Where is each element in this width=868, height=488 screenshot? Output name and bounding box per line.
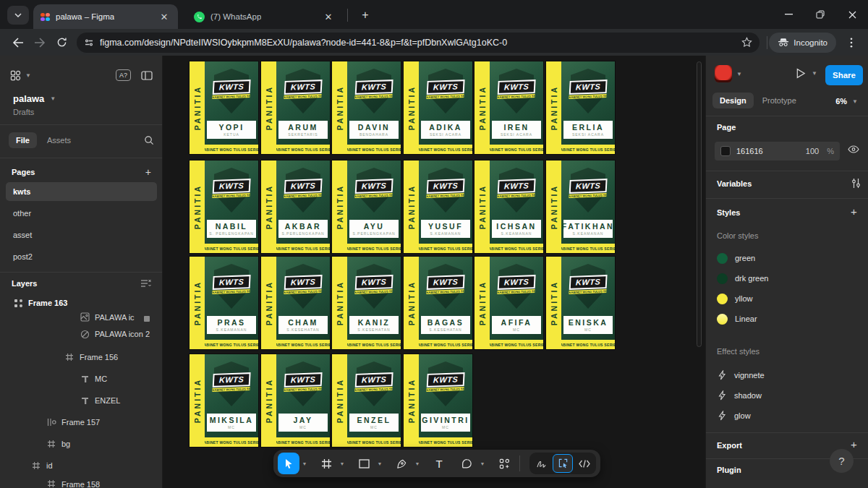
page-color-control[interactable]: 161616 100 % [715, 142, 840, 160]
move-tool-chevron-icon[interactable]: ▼ [299, 453, 310, 474]
page-opacity-value[interactable]: 100 [806, 147, 819, 155]
ai-actions-button[interactable]: A? [116, 69, 131, 81]
comment-tool-button[interactable] [456, 453, 477, 474]
shape-tool-button[interactable] [353, 453, 375, 474]
actions-tool-button[interactable] [493, 453, 515, 474]
sidebar-page-item-other[interactable]: other [6, 204, 157, 223]
bookmark-star-icon[interactable] [741, 37, 752, 48]
address-bar[interactable]: figma.com/design/NPdteIIWSIOybkpmM8ExXU/… [77, 33, 760, 53]
minimize-button[interactable] [773, 0, 804, 29]
present-play-icon[interactable] [796, 68, 806, 79]
id-card-miksila[interactable]: PANITIAKWTSKABINET WONG TULUS SERIESMIKS… [190, 354, 258, 447]
id-card-arum[interactable]: PANITIAKWTSKABINET WONG TULUS SERIESARUM… [261, 61, 330, 154]
id-card-iren[interactable]: PANITIAKWTSKABINET WONG TULUS SERIESIREN… [475, 61, 543, 154]
code-button[interactable] [574, 454, 595, 473]
color-style-yllow[interactable]: yllow [706, 288, 868, 309]
chevron-down-icon[interactable]: ▼ [812, 70, 817, 77]
id-card-akbar[interactable]: PANITIAKWTSKABINET WONG TULUS SERIESAKBA… [261, 160, 330, 253]
browser-tab-figma[interactable]: palawa – Figma ✕ [33, 4, 178, 29]
effect-style-vignnete[interactable]: vignnete [706, 365, 868, 385]
id-card-bagas[interactable]: PANITIAKWTSKABINET WONG TULUS SERIESBAGA… [404, 257, 472, 349]
chevron-down-icon[interactable]: ▼ [25, 72, 31, 79]
layer-item-frame-156[interactable]: Frame 156 [0, 347, 163, 367]
zoom-level[interactable]: 6% [835, 97, 847, 106]
visibility-eye-icon[interactable] [848, 145, 859, 153]
id-card-kaniz[interactable]: PANITIAKWTSKABINET WONG TULUS SERIESKANI… [332, 257, 401, 349]
tab-close-icon[interactable]: ✕ [158, 10, 171, 23]
tab-search-button[interactable] [7, 6, 29, 25]
draw-tools-button[interactable] [531, 454, 551, 473]
chevron-down-icon[interactable]: ▼ [50, 95, 56, 102]
layer-item-palawa-icon-2[interactable]: PALAWA icon 2 [0, 324, 163, 344]
pen-tool-button[interactable] [391, 453, 412, 474]
help-button[interactable]: ? [830, 449, 854, 473]
id-card-davin[interactable]: PANITIAKWTSKABINET WONG TULUS SERIESDAVI… [332, 61, 401, 154]
id-card-adika[interactable]: PANITIAKWTSKABINET WONG TULUS SERIESADIK… [404, 61, 472, 154]
layer-item-frame-157[interactable]: Frame 157 [0, 412, 163, 432]
dev-mode-toggle-button[interactable] [553, 454, 573, 473]
chevron-down-icon[interactable]: ▼ [736, 71, 742, 77]
frame-tool-chevron-icon[interactable]: ▼ [337, 453, 347, 474]
id-card-erlia[interactable]: PANITIAKWTSKABINET WONG TULUS SERIESERLI… [546, 61, 615, 154]
frame-tool-button[interactable] [315, 453, 337, 474]
move-tool-button[interactable] [278, 453, 299, 474]
canvas-scrollbar[interactable] [697, 61, 702, 347]
color-style-drk-green[interactable]: drk green [706, 268, 868, 288]
id-card-cham[interactable]: PANITIAKWTSKABINET WONG TULUS SERIESCHAM… [261, 257, 330, 349]
id-card-nabil[interactable]: PANITIAKWTSKABINET WONG TULUS SERIESNABI… [190, 160, 258, 253]
back-icon[interactable] [7, 32, 29, 53]
color-style-green[interactable]: green [706, 248, 868, 268]
layer-item-palawa-ic[interactable]: PALAWA ic [0, 310, 163, 322]
color-style-Linear[interactable]: Linear [706, 309, 868, 329]
chevron-down-icon[interactable]: ▼ [852, 98, 858, 105]
tab-prototype[interactable]: Prototype [755, 93, 804, 108]
browser-menu-icon[interactable] [841, 32, 862, 53]
layer-item-enzel[interactable]: ENZEL [0, 390, 163, 411]
add-style-icon[interactable]: + [851, 205, 857, 218]
reload-icon[interactable] [51, 32, 72, 53]
tab-design[interactable]: Design [712, 93, 754, 108]
layer-item-mc[interactable]: MC [0, 369, 163, 389]
id-card-yopi[interactable]: PANITIAKWTSKABINET WONG TULUS SERIESYOPI… [190, 61, 258, 154]
comment-tool-chevron-icon[interactable]: ▼ [477, 453, 488, 474]
new-tab-button[interactable]: + [356, 7, 375, 23]
forward-icon[interactable] [29, 32, 51, 53]
layer-item-bg[interactable]: bg [0, 434, 163, 454]
id-card-eniska[interactable]: PANITIAKWTSKABINET WONG TULUS SERIESENIS… [546, 257, 615, 349]
tab-close-icon[interactable]: ✕ [322, 10, 335, 23]
layer-item-frame-158[interactable]: Frame 158 [0, 477, 163, 488]
sidebar-page-item-post2[interactable]: post2 [6, 247, 157, 266]
id-card-givintri[interactable]: PANITIAKWTSKABINET WONG TULUS SERIESGIVI… [404, 354, 472, 447]
sidebar-page-item-kwts[interactable]: kwts [6, 182, 157, 201]
id-card-pras[interactable]: PANITIAKWTSKABINET WONG TULUS SERIESPRAS… [190, 257, 258, 349]
effect-style-shadow[interactable]: shadow [706, 385, 868, 406]
tab-assets[interactable]: Assets [40, 132, 78, 148]
effect-style-glow[interactable]: glow [706, 406, 868, 426]
file-name[interactable]: palawa [13, 93, 44, 104]
sidebar-page-item-asset[interactable]: asset [6, 226, 157, 244]
figma-main-menu-icon[interactable] [10, 70, 21, 81]
tab-file[interactable]: File [9, 132, 37, 148]
layer-item-id[interactable]: id [0, 455, 163, 476]
pen-tool-chevron-icon[interactable]: ▼ [412, 453, 422, 474]
page-color-swatch[interactable] [720, 146, 731, 156]
text-tool-button[interactable]: T [428, 453, 450, 474]
avatar[interactable] [715, 65, 732, 82]
page-color-hex[interactable]: 161616 [736, 147, 800, 155]
id-card-enzel[interactable]: PANITIAKWTSKABINET WONG TULUS SERIESENZE… [332, 354, 401, 447]
id-card-jay[interactable]: PANITIAKWTSKABINET WONG TULUS SERIESJAYM… [261, 354, 330, 447]
id-card-yusuf[interactable]: PANITIAKWTSKABINET WONG TULUS SERIESYUSU… [404, 160, 472, 253]
id-card-fatikhan[interactable]: PANITIAKWTSKABINET WONG TULUS SERIESFATI… [546, 160, 615, 253]
search-icon[interactable] [144, 135, 154, 145]
id-card-ayu[interactable]: PANITIAKWTSKABINET WONG TULUS SERIESAYUS… [332, 160, 401, 253]
close-button[interactable] [836, 0, 868, 29]
canvas[interactable]: PANITIAKWTSKABINET WONG TULUS SERIESYOPI… [163, 56, 705, 488]
share-button[interactable]: Share [825, 65, 863, 85]
shape-tool-chevron-icon[interactable]: ▼ [375, 453, 385, 474]
add-page-icon[interactable]: + [145, 166, 151, 178]
restore-button[interactable] [804, 0, 836, 29]
id-card-afifa[interactable]: PANITIAKWTSKABINET WONG TULUS SERIESAFIF… [475, 257, 543, 349]
add-export-icon[interactable]: + [851, 438, 857, 450]
layers-options-icon[interactable] [140, 279, 151, 288]
id-card-ichsan[interactable]: PANITIAKWTSKABINET WONG TULUS SERIESICHS… [475, 160, 543, 253]
